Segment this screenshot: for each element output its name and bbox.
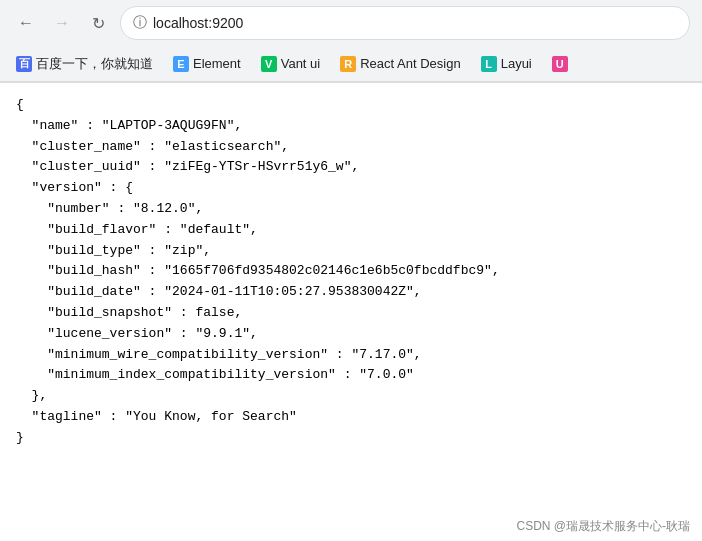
json-line-3: "cluster_uuid" : "ziFEg-YTSr-HSvrr51y6_w… — [16, 157, 686, 178]
json-line-16: } — [16, 428, 686, 449]
browser-toolbar: ← → ↻ ⓘ — [0, 0, 702, 46]
bookmark-label-vant: Vant ui — [281, 56, 321, 71]
bookmark-item-extra[interactable]: U — [544, 52, 576, 76]
json-line-9: "build_date" : "2024-01-11T10:05:27.9538… — [16, 282, 686, 303]
bookmark-item-vant[interactable]: VVant ui — [253, 52, 329, 76]
json-line-7: "build_type" : "zip", — [16, 241, 686, 262]
bookmark-icon-vant: V — [261, 56, 277, 72]
json-line-15: "tagline" : "You Know, for Search" — [16, 407, 686, 428]
bookmarks-bar: 百百度一下，你就知道EElementVVant uiRReact Ant Des… — [0, 46, 702, 82]
json-line-14: }, — [16, 386, 686, 407]
bookmark-item-react-ant[interactable]: RReact Ant Design — [332, 52, 468, 76]
json-line-10: "build_snapshot" : false, — [16, 303, 686, 324]
browser-chrome: ← → ↻ ⓘ 百百度一下，你就知道EElementVVant uiRReact… — [0, 0, 702, 83]
page-footer: CSDN @瑞晟技术服务中心-耿瑞 — [516, 518, 690, 535]
lock-icon: ⓘ — [133, 14, 147, 32]
back-button[interactable]: ← — [12, 9, 40, 37]
bookmark-item-element[interactable]: EElement — [165, 52, 249, 76]
forward-button[interactable]: → — [48, 9, 76, 37]
json-line-12: "minimum_wire_compatibility_version" : "… — [16, 345, 686, 366]
bookmark-item-baidu[interactable]: 百百度一下，你就知道 — [8, 51, 161, 77]
bookmark-label-element: Element — [193, 56, 241, 71]
footer-text: CSDN @瑞晟技术服务中心-耿瑞 — [516, 519, 690, 533]
json-line-8: "build_hash" : "1665f706fd9354802c02146c… — [16, 261, 686, 282]
json-line-0: { — [16, 95, 686, 116]
json-line-6: "build_flavor" : "default", — [16, 220, 686, 241]
bookmark-icon-baidu: 百 — [16, 56, 32, 72]
json-line-2: "cluster_name" : "elasticsearch", — [16, 137, 686, 158]
bookmark-icon-element: E — [173, 56, 189, 72]
reload-button[interactable]: ↻ — [84, 9, 112, 37]
json-line-13: "minimum_index_compatibility_version" : … — [16, 365, 686, 386]
json-line-1: "name" : "LAPTOP-3AQUG9FN", — [16, 116, 686, 137]
url-input[interactable] — [153, 15, 677, 31]
address-bar[interactable]: ⓘ — [120, 6, 690, 40]
bookmark-label-react-ant: React Ant Design — [360, 56, 460, 71]
bookmark-icon-layui: L — [481, 56, 497, 72]
bookmark-label-layui: Layui — [501, 56, 532, 71]
bookmark-icon-react-ant: R — [340, 56, 356, 72]
bookmark-item-layui[interactable]: LLayui — [473, 52, 540, 76]
json-line-5: "number" : "8.12.0", — [16, 199, 686, 220]
page-content: { "name" : "LAPTOP-3AQUG9FN", "cluster_n… — [0, 83, 702, 512]
json-line-11: "lucene_version" : "9.9.1", — [16, 324, 686, 345]
bookmark-label-baidu: 百度一下，你就知道 — [36, 55, 153, 73]
bookmark-icon-extra: U — [552, 56, 568, 72]
json-line-4: "version" : { — [16, 178, 686, 199]
